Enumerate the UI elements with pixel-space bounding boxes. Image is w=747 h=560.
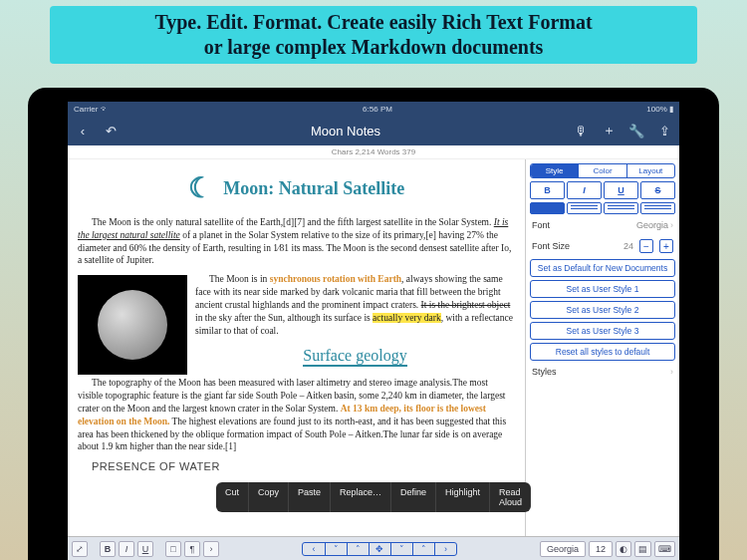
align-justify-button[interactable] xyxy=(640,202,675,214)
menu-highlight[interactable]: Highlight xyxy=(435,482,489,512)
doc-heading-1: ☾ Moon: Natural Satellite xyxy=(78,173,515,206)
document-editor[interactable]: ☾ Moon: Natural Satellite The Moon is th… xyxy=(68,159,525,536)
menu-read-aloud[interactable]: Read Aloud xyxy=(489,482,531,512)
font-row[interactable]: Font Georgia› xyxy=(530,217,675,233)
tool-paragraph-button[interactable]: ¶ xyxy=(184,541,200,557)
share-button[interactable]: ⇪ xyxy=(655,124,673,139)
promo-line-1: Type. Edit. Format. Create easily Rich T… xyxy=(60,10,687,35)
toolbar-size-select[interactable]: 12 xyxy=(589,541,613,557)
format-panel: Style Color Layout B I U S Font xyxy=(525,159,679,536)
align-right-button[interactable] xyxy=(604,202,638,214)
size-minus-button[interactable]: − xyxy=(639,239,653,253)
add-button[interactable]: ＋ xyxy=(600,122,618,140)
align-buttons xyxy=(530,202,675,214)
tablet-frame: Carrier ᯤ 6:56 PM 100% ▮ ‹ ↶ Moon Notes … xyxy=(28,88,719,560)
menu-define[interactable]: Define xyxy=(390,482,435,512)
word-count: Chars 2,214 Words 379 xyxy=(68,145,679,159)
font-size-label: Font Size xyxy=(532,241,570,251)
strike-button[interactable]: S xyxy=(640,181,675,199)
clock: 6:56 PM xyxy=(109,105,647,114)
tab-layout[interactable]: Layout xyxy=(626,164,674,177)
chevron-right-icon: › xyxy=(670,367,673,377)
paragraph-3: The topography of the Moon has been meas… xyxy=(78,377,515,453)
italic-button[interactable]: I xyxy=(567,181,602,199)
font-size-row: Font Size 24 − + xyxy=(530,236,675,256)
menu-paste[interactable]: Paste xyxy=(288,482,330,512)
promo-banner: Type. Edit. Format. Create easily Rich T… xyxy=(50,6,697,64)
font-value: Georgia xyxy=(636,220,668,230)
reset-styles-button[interactable]: Reset all styles to default xyxy=(530,343,675,361)
tool-color-button[interactable]: ◐ xyxy=(616,541,631,557)
tool-layout-button[interactable]: ▤ xyxy=(634,541,651,557)
tool-next-button[interactable]: › xyxy=(203,541,219,557)
menu-copy[interactable]: Copy xyxy=(248,482,288,512)
panel-tabs: Style Color Layout xyxy=(530,163,675,178)
underline-button[interactable]: U xyxy=(604,181,638,199)
tool-expand-button[interactable]: ⤢ xyxy=(72,541,88,557)
arrow-left-button[interactable]: ‹ xyxy=(303,543,325,555)
tool-underline-button[interactable]: U xyxy=(137,541,153,557)
undo-button[interactable]: ↶ xyxy=(102,124,120,139)
align-left-button[interactable] xyxy=(530,202,565,214)
paragraph-1: The Moon is the only natural satellite o… xyxy=(78,216,515,267)
carrier-label: Carrier ᯤ xyxy=(74,105,109,114)
tab-color[interactable]: Color xyxy=(578,164,625,177)
styles-row[interactable]: Styles › xyxy=(530,364,675,380)
tab-style[interactable]: Style xyxy=(531,164,578,177)
set-style-3-button[interactable]: Set as User Style 3 xyxy=(530,322,675,340)
doc-title: Moon Notes xyxy=(311,124,380,139)
tool-bold-button[interactable]: B xyxy=(100,541,116,557)
menu-cut[interactable]: Cut xyxy=(216,482,248,512)
mic-button[interactable]: 🎙 xyxy=(572,124,590,139)
arrow-down-2-button[interactable]: ˅ xyxy=(390,543,412,555)
chevron-right-icon: › xyxy=(670,220,673,230)
battery-label: 100% ▮ xyxy=(646,105,673,114)
nav-bar: ‹ ↶ Moon Notes 🎙 ＋ 🔧 ⇪ xyxy=(68,116,679,145)
format-buttons: B I U S xyxy=(530,181,675,199)
app-screen: Carrier ᯤ 6:56 PM 100% ▮ ‹ ↶ Moon Notes … xyxy=(68,102,679,560)
set-style-2-button[interactable]: Set as User Style 2 xyxy=(530,301,675,319)
menu-replace[interactable]: Replace… xyxy=(330,482,390,512)
doc-heading-2: Surface geology xyxy=(303,347,406,367)
arrow-move-button[interactable]: ✥ xyxy=(369,543,390,555)
promo-line-2: or large complex Markdown documents xyxy=(60,35,687,60)
status-bar: Carrier ᯤ 6:56 PM 100% ▮ xyxy=(68,102,679,116)
font-label: Font xyxy=(532,220,550,230)
context-menu: Cut Copy Paste Replace… Define Highlight… xyxy=(216,482,531,512)
arrow-right-button[interactable]: › xyxy=(434,543,456,555)
font-size-value: 24 xyxy=(623,241,633,251)
moon-image xyxy=(78,275,187,375)
styles-label: Styles xyxy=(532,367,557,377)
size-plus-button[interactable]: + xyxy=(659,239,673,253)
tools-button[interactable]: 🔧 xyxy=(627,124,645,139)
tool-insert-button[interactable]: □ xyxy=(165,541,181,557)
bottom-toolbar: ⤢ B I U □ ¶ › ‹ ˅ ˄ ✥ ˅ ˄ › Georgia xyxy=(68,536,679,560)
toolbar-font-select[interactable]: Georgia xyxy=(540,541,586,557)
arrow-up-button[interactable]: ˄ xyxy=(347,543,369,555)
set-style-1-button[interactable]: Set as User Style 1 xyxy=(530,280,675,298)
align-center-button[interactable] xyxy=(567,202,602,214)
moon-icon: ☾ xyxy=(188,171,213,204)
arrow-down-button[interactable]: ˅ xyxy=(325,543,347,555)
tool-keyboard-button[interactable]: ⌨ xyxy=(654,541,675,557)
bold-button[interactable]: B xyxy=(530,181,565,199)
back-button[interactable]: ‹ xyxy=(74,124,92,139)
tool-italic-button[interactable]: I xyxy=(119,541,134,557)
set-default-button[interactable]: Set as Default for New Documents xyxy=(530,259,675,277)
cursor-arrows: ‹ ˅ ˄ ✥ ˅ ˄ › xyxy=(302,542,457,556)
section-heading-presence: PRESENCE OF WATER xyxy=(78,459,515,474)
arrow-up-2-button[interactable]: ˄ xyxy=(412,543,434,555)
